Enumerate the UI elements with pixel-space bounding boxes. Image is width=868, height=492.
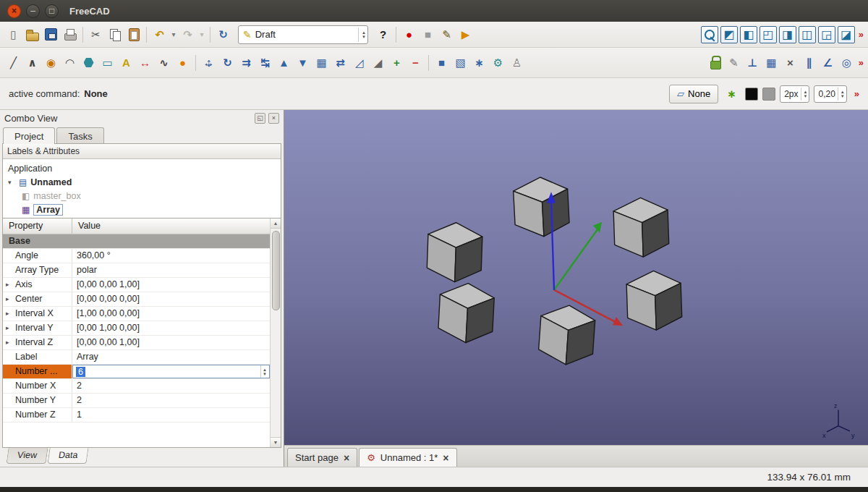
property-row-interval-z[interactable]: Interval Z[0,00 0,00 1,00] bbox=[3, 336, 270, 350]
scroll-up-icon[interactable]: ▲ bbox=[271, 219, 281, 229]
property-row-axis[interactable]: Axis[0,00 0,00 1,00] bbox=[3, 278, 270, 292]
window-maximize-button[interactable]: □ bbox=[45, 4, 59, 18]
refresh-icon[interactable]: ↻ bbox=[214, 25, 232, 43]
combobox-arrows-icon[interactable]: ▲▼ bbox=[358, 27, 366, 42]
whats-this-icon[interactable]: ? bbox=[374, 25, 392, 43]
close-panel-icon[interactable]: × bbox=[268, 113, 279, 124]
line-color-swatch[interactable] bbox=[745, 88, 758, 101]
draft-dimension-icon[interactable]: ↔ bbox=[136, 54, 154, 72]
draft-rotate-icon[interactable]: ↻ bbox=[218, 54, 237, 72]
float-panel-icon[interactable]: ◱ bbox=[255, 113, 265, 124]
draft-slope-icon[interactable]: ◢ bbox=[369, 54, 387, 72]
snap-angle-icon[interactable]: ∠ bbox=[819, 54, 837, 72]
macro-stop-icon[interactable]: ■ bbox=[419, 25, 437, 43]
scale-spinbox[interactable]: 0,20 ▲▼ bbox=[814, 85, 846, 103]
toolbar-overflow-icon[interactable]: » bbox=[854, 88, 859, 99]
draft-mirror-icon[interactable]: ⇄ bbox=[331, 54, 349, 72]
tab-project[interactable]: Project bbox=[3, 127, 55, 144]
property-row-array-type[interactable]: Array Typepolar bbox=[3, 263, 270, 278]
property-row-number-z[interactable]: Number Z1 bbox=[3, 408, 270, 423]
property-value[interactable]: 360,00 ° bbox=[72, 249, 270, 263]
toolbar-overflow-icon[interactable]: » bbox=[859, 57, 864, 68]
draft-arc-icon[interactable]: ◠ bbox=[61, 54, 79, 72]
expander-icon[interactable]: ▾ bbox=[8, 179, 15, 186]
draft-bspline-icon[interactable]: ∿ bbox=[155, 54, 173, 72]
undo-icon[interactable]: ↶ bbox=[150, 25, 169, 43]
view-fit-all-icon[interactable] bbox=[701, 26, 718, 43]
print-icon[interactable] bbox=[61, 25, 79, 43]
property-row-base[interactable]: Base bbox=[3, 234, 270, 249]
tab-start-page[interactable]: Start page × bbox=[287, 448, 357, 467]
face-color-swatch[interactable] bbox=[762, 88, 775, 101]
property-value[interactable]: 6▲▼ bbox=[72, 365, 270, 378]
draft-move-icon[interactable] bbox=[200, 54, 218, 72]
view-rear-icon[interactable]: ◫ bbox=[799, 26, 816, 43]
redo-icon[interactable]: ↷ bbox=[179, 25, 197, 43]
snap-perpendicular-icon[interactable]: ⊥ bbox=[744, 54, 762, 72]
draft-apply-style-icon[interactable]: ⚙ bbox=[489, 54, 507, 72]
toolbar-overflow-icon[interactable]: » bbox=[859, 29, 864, 40]
draft-upgrade-icon[interactable]: ▲ bbox=[275, 54, 293, 72]
draft-rectangle-icon[interactable]: ▭ bbox=[98, 54, 116, 72]
paste-icon[interactable] bbox=[124, 25, 142, 43]
snap-near-icon[interactable]: × bbox=[781, 54, 799, 72]
draft-array-icon[interactable]: ▦ bbox=[312, 54, 331, 72]
draft-shape2dview-icon[interactable]: ■ bbox=[433, 54, 451, 72]
property-value[interactable]: Array bbox=[72, 350, 270, 364]
property-value[interactable]: 2 bbox=[72, 394, 270, 407]
property-row-number-x[interactable]: Number X2 bbox=[3, 379, 270, 394]
save-icon[interactable] bbox=[42, 25, 60, 43]
tab-tasks[interactable]: Tasks bbox=[56, 127, 103, 144]
spinner-arrows-icon[interactable]: ▲▼ bbox=[801, 88, 808, 101]
property-row-center[interactable]: Center[0,00 0,00 0,00] bbox=[3, 292, 270, 307]
tab-unnamed-document[interactable]: ⚙ Unnamed : 1* × bbox=[359, 448, 456, 467]
tab-data[interactable]: Data bbox=[47, 448, 88, 464]
property-row-number[interactable]: Number ...6▲▼ bbox=[3, 365, 270, 379]
working-plane-button[interactable]: ▱ None bbox=[669, 85, 718, 103]
close-tab-icon[interactable]: × bbox=[344, 452, 349, 464]
view-top-icon[interactable]: ◰ bbox=[760, 26, 777, 43]
property-value[interactable]: [0,00 0,00 1,00] bbox=[72, 336, 270, 349]
draft-line-icon[interactable]: ╱ bbox=[4, 54, 22, 72]
property-row-interval-x[interactable]: Interval X[1,00 0,00 0,00] bbox=[3, 307, 270, 321]
draft-toggle-construction-icon[interactable]: ∗ bbox=[470, 54, 488, 72]
draft-wire-icon[interactable]: ∧ bbox=[23, 54, 41, 72]
window-close-button[interactable]: × bbox=[7, 4, 21, 18]
tree-item-master-box[interactable]: ◧ master_box bbox=[3, 189, 281, 203]
property-value[interactable]: [1,00 0,00 0,00] bbox=[72, 307, 270, 321]
spinner-arrows-icon[interactable]: ▲▼ bbox=[838, 88, 845, 101]
tab-view[interactable]: View bbox=[6, 448, 48, 464]
view-front-icon[interactable]: ◧ bbox=[740, 26, 757, 43]
snap-grid-icon[interactable]: ▦ bbox=[762, 54, 780, 72]
property-value[interactable]: [0,00 0,00 0,00] bbox=[72, 292, 270, 306]
property-value[interactable]: 1 bbox=[72, 408, 270, 422]
scroll-down-icon[interactable]: ▼ bbox=[271, 437, 281, 447]
scrollbar-thumb[interactable] bbox=[272, 231, 280, 310]
tree-item-application[interactable]: Application bbox=[3, 161, 281, 175]
copy-icon[interactable] bbox=[106, 25, 124, 43]
property-row-angle[interactable]: Angle360,00 ° bbox=[3, 249, 270, 263]
construction-mode-icon[interactable]: ∗ bbox=[723, 85, 741, 103]
property-row-interval-y[interactable]: Interval Y[0,00 1,00 0,00] bbox=[3, 321, 270, 336]
draft-circle-icon[interactable]: ◉ bbox=[42, 54, 60, 72]
close-tab-icon[interactable]: × bbox=[443, 452, 448, 464]
new-file-icon[interactable]: ▯ bbox=[4, 25, 22, 43]
draft-text-icon[interactable]: A bbox=[117, 54, 135, 72]
property-value[interactable]: 2 bbox=[72, 379, 270, 393]
draft-polygon-icon[interactable] bbox=[80, 54, 98, 72]
window-minimize-button[interactable]: – bbox=[26, 4, 40, 18]
draft-scale-icon[interactable]: ◿ bbox=[350, 54, 368, 72]
view-left-icon[interactable]: ◪ bbox=[838, 26, 855, 43]
open-file-icon[interactable] bbox=[23, 25, 41, 43]
3d-viewport[interactable]: z x y bbox=[284, 110, 868, 445]
cut-icon[interactable]: ✂ bbox=[87, 25, 105, 43]
macro-edit-icon[interactable]: ✎ bbox=[438, 25, 456, 43]
macro-record-icon[interactable]: ● bbox=[400, 25, 418, 43]
property-value[interactable]: [0,00 1,00 0,00] bbox=[72, 321, 270, 335]
draft-draft2sketch-icon[interactable]: ▧ bbox=[451, 54, 469, 72]
snap-endpoint-icon[interactable]: ✎ bbox=[725, 54, 743, 72]
draft-point-icon[interactable]: ● bbox=[174, 54, 192, 72]
property-row-label[interactable]: LabelArray bbox=[3, 350, 270, 365]
snap-parallel-icon[interactable]: ∥ bbox=[800, 54, 818, 72]
draft-offset-icon[interactable]: ⇉ bbox=[237, 54, 255, 72]
